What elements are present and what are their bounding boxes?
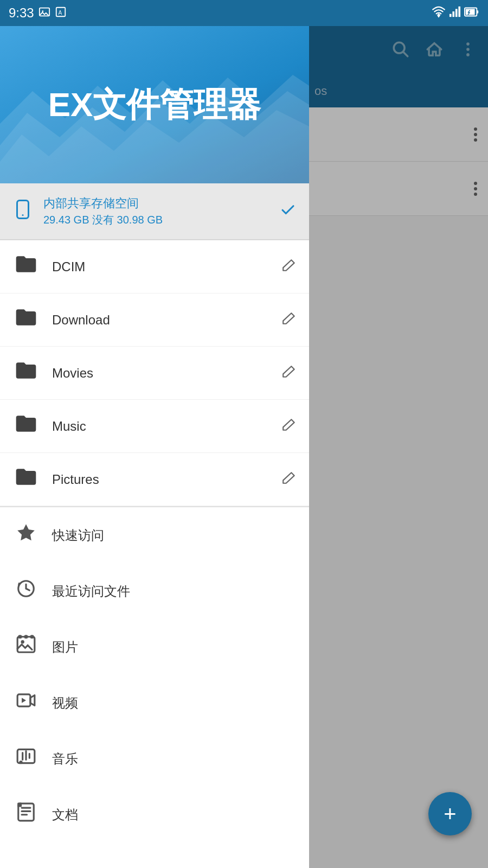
document-icon — [13, 802, 39, 827]
edit-icon-movies[interactable] — [282, 365, 296, 382]
svg-rect-29 — [30, 635, 34, 639]
svg-rect-11 — [466, 9, 475, 15]
storage-name: 内部共享存储空间 — [43, 195, 280, 212]
nav-label-videos: 视频 — [52, 694, 78, 712]
nav-label-documents: 文档 — [52, 806, 78, 824]
edit-icon-pictures[interactable] — [282, 471, 296, 488]
folder-name-pictures: Pictures — [52, 472, 282, 487]
music-icon — [13, 746, 39, 771]
folder-name-dcim: DCIM — [52, 259, 282, 275]
folder-item-download[interactable]: Download — [0, 293, 309, 347]
history-icon — [13, 578, 39, 604]
svg-rect-28 — [24, 635, 28, 639]
nav-item-music[interactable]: 音乐 — [0, 731, 309, 787]
folder-name-music: Music — [52, 419, 282, 434]
image-gallery-icon — [13, 634, 39, 660]
svg-text:A: A — [58, 9, 62, 15]
right-list-item-2[interactable] — [304, 162, 488, 216]
nav-item-quickaccess[interactable]: 快速访问 — [0, 507, 309, 563]
breadcrumb-text: os — [314, 84, 327, 98]
storage-item[interactable]: 内部共享存储空间 29.43 GB 没有 30.98 GB — [0, 183, 309, 240]
svg-point-15 — [466, 48, 470, 51]
svg-rect-39 — [17, 803, 22, 807]
star-icon — [13, 522, 39, 548]
app-bar — [304, 26, 488, 75]
folder-icon-movies — [13, 359, 39, 387]
home-icon[interactable] — [425, 40, 444, 61]
folder-name-movies: Movies — [52, 366, 282, 381]
svg-line-13 — [403, 52, 408, 56]
folder-icon-pictures — [13, 465, 39, 494]
svg-point-14 — [466, 42, 470, 46]
search-icon[interactable] — [391, 40, 410, 61]
nav-label-quickaccess: 快速访问 — [52, 527, 104, 544]
signal-icon — [449, 6, 461, 20]
folder-icon-music — [13, 412, 39, 441]
nav-label-recentfiles: 最近访问文件 — [52, 583, 130, 600]
svg-marker-23 — [17, 524, 35, 540]
storage-size: 29.43 GB 没有 30.98 GB — [43, 213, 280, 227]
nav-label-images: 图片 — [52, 639, 78, 656]
folder-item-dcim[interactable]: DCIM — [0, 240, 309, 293]
more-options-1[interactable] — [474, 127, 477, 142]
text-status-icon: A — [55, 6, 67, 21]
svg-marker-31 — [30, 695, 35, 706]
status-bar-right — [432, 6, 479, 20]
svg-point-22 — [22, 214, 24, 216]
drawer: EX文件管理器 内部共享存储空间 29.43 GB 没有 30.98 GB DC… — [0, 26, 309, 868]
status-time: 9:33 — [9, 5, 34, 21]
drawer-title: EX文件管理器 — [48, 82, 261, 127]
svg-point-26 — [21, 640, 24, 643]
edit-icon-dcim[interactable] — [282, 258, 296, 276]
svg-marker-32 — [22, 698, 26, 703]
svg-rect-7 — [455, 9, 458, 17]
svg-rect-6 — [452, 11, 454, 17]
battery-icon — [464, 6, 479, 20]
svg-rect-5 — [450, 14, 452, 17]
edit-icon-music[interactable] — [282, 418, 296, 435]
breadcrumb-area: os — [304, 75, 488, 107]
nav-item-documents[interactable]: 文档 — [0, 787, 309, 843]
drawer-header: EX文件管理器 — [0, 26, 309, 183]
status-bar-left: 9:33 A — [9, 5, 67, 21]
add-icon: + — [444, 803, 456, 825]
svg-rect-8 — [458, 7, 460, 17]
folder-item-movies[interactable]: Movies — [0, 347, 309, 400]
right-content — [304, 107, 488, 868]
image-status-icon — [38, 6, 50, 21]
more-options-2[interactable] — [474, 182, 477, 196]
svg-rect-27 — [18, 635, 22, 639]
svg-point-4 — [438, 15, 439, 17]
svg-point-1 — [42, 10, 43, 12]
right-list-item-1[interactable] — [304, 107, 488, 162]
fab-add-button[interactable]: + — [428, 792, 472, 835]
nav-label-music: 音乐 — [52, 750, 78, 768]
svg-rect-10 — [477, 10, 478, 14]
storage-info: 内部共享存储空间 29.43 GB 没有 30.98 GB — [43, 195, 280, 227]
nav-item-videos[interactable]: 视频 — [0, 675, 309, 731]
folder-name-download: Download — [52, 312, 282, 328]
video-icon — [13, 690, 39, 716]
svg-point-34 — [19, 761, 22, 764]
status-bar: 9:33 A — [0, 0, 488, 26]
folder-icon-download — [13, 305, 39, 334]
folder-item-pictures[interactable]: Pictures — [0, 453, 309, 506]
folder-icon-dcim — [13, 252, 39, 281]
nav-item-images[interactable]: 图片 — [0, 619, 309, 675]
wifi-icon — [432, 6, 446, 20]
storage-check-icon — [280, 201, 296, 221]
folder-section: DCIM Download Movies — [0, 240, 309, 506]
nav-item-recentfiles[interactable]: 最近访问文件 — [0, 563, 309, 619]
edit-icon-download[interactable] — [282, 311, 296, 329]
nav-section: 快速访问 最近访问文件 图片 视频 音乐 — [0, 507, 309, 843]
more-vertical-icon[interactable] — [459, 40, 477, 61]
svg-point-16 — [466, 53, 470, 56]
folder-item-music[interactable]: Music — [0, 400, 309, 453]
smartphone-icon — [13, 200, 33, 224]
